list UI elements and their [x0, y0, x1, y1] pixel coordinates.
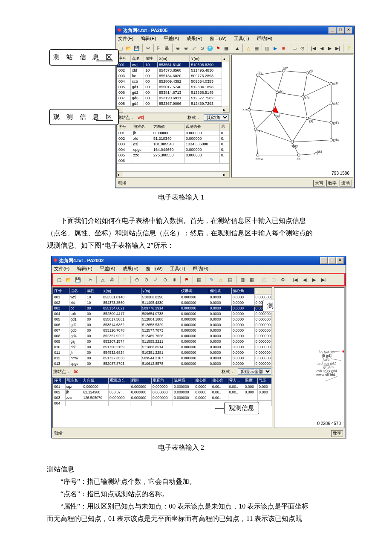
hscroll2[interactable]: ◂▸ [117, 171, 229, 177]
globe-icon[interactable]: 🌐 [207, 44, 214, 52]
net-icon[interactable]: ▦ [248, 275, 256, 284]
grid-icon[interactable]: ▦ [223, 44, 230, 52]
hscroll[interactable]: ◂▸ [117, 107, 229, 113]
menubar[interactable]: 文件(F) 编辑(E) 平差(A) 成果(R) 窗口(W) 工具(T) 帮助(H… [115, 35, 354, 43]
titlebar-2[interactable]: ✱ 边角网4.txt - PA2002 _ □ × [52, 256, 346, 265]
table-row[interactable]: 007gd300853120.6911512577.7582 [117, 95, 229, 101]
clock-icon[interactable]: ◷ [299, 44, 306, 52]
new-icon[interactable]: ▢ [55, 275, 63, 284]
table-row[interactable]: 006gd200853814.6862512658.53290.0000000.… [53, 322, 272, 328]
close-button[interactable]: × [345, 27, 352, 34]
zoom-in-icon[interactable]: ⊕ [133, 275, 141, 284]
minimize-button[interactable]: _ [320, 257, 328, 264]
menu-adjust[interactable]: 平差(A) [164, 36, 179, 41]
warn-icon[interactable]: △ [245, 44, 252, 52]
calc-icon[interactable]: ✎ [207, 275, 216, 284]
table-row[interactable]: 001wzj10853561.8140510308.82900.0000000.… [53, 295, 272, 300]
table-row[interactable]: 002xfd51.2103400.0000000. [117, 136, 229, 142]
open-icon[interactable]: 📂 [125, 44, 133, 52]
tri-icon[interactable]: ▲ [234, 44, 241, 52]
warn-icon[interactable]: △ [98, 275, 107, 284]
table-row[interactable]: 007gd300853120.7078512577.78730.0000000.… [53, 328, 272, 333]
format-select-2[interactable]: (0)显示全部 [238, 368, 271, 375]
network-view[interactable]: bc sqz yjs jh1 xfd gd1 zzc wzj gsj gd2 c… [231, 55, 353, 178]
settings-icon[interactable]: ⚙ [279, 275, 287, 284]
layer-icon[interactable]: ▤ [226, 275, 234, 284]
help-icon[interactable]: ? [120, 275, 129, 284]
refresh-icon[interactable]: ⊙ [161, 275, 169, 284]
table-row[interactable]: 003bc00855134.6020509776.2893 [117, 73, 229, 79]
export-icon[interactable]: ▥ [264, 44, 271, 52]
maximize-button[interactable]: □ [337, 27, 344, 34]
last-icon[interactable]: ▶| [319, 275, 328, 284]
zoom-fit-icon[interactable]: ⤢ [190, 44, 198, 52]
table-row[interactable]: 003zzc126.5050700.0000000.0000000.000000… [53, 395, 272, 401]
first-icon[interactable]: |◀ [291, 275, 300, 284]
table-row[interactable]: 013spgs00852087.8703510612.85780.0000000… [53, 361, 272, 367]
compass-icon[interactable]: ✂ [86, 275, 95, 284]
table-row[interactable]: 006 [117, 158, 229, 164]
table-row[interactable]: 004cxb00852809.4392509654.0353 [117, 79, 229, 84]
export-icon[interactable]: ▥ [238, 275, 247, 284]
grid-icon[interactable]: ▦ [195, 275, 203, 284]
table-row[interactable]: 008gd400852367.9292512469.76260.0000000.… [53, 333, 272, 339]
table-row[interactable]: 006gd200853814.6713512658.5145 [117, 90, 229, 95]
first-icon[interactable]: |◀ [310, 44, 317, 52]
table-row[interactable]: 003gsj101.0855401334.3860000. [117, 142, 229, 147]
table-row[interactable]: 009gsj00853207.1574511595.22110.0000000.… [53, 339, 272, 344]
compass-icon[interactable]: ✂ [144, 44, 152, 52]
table-row[interactable]: 004cxb00852809.4417509654.07380.0000000.… [53, 311, 272, 317]
menu-edit[interactable]: 编辑(E) [141, 36, 156, 41]
scroll-up-icon[interactable]: ▴ [254, 288, 271, 295]
refresh-icon[interactable]: ⊙ [199, 44, 206, 52]
menu-result[interactable]: 成果(R) [187, 36, 202, 41]
play-icon[interactable]: ▶ [272, 44, 279, 52]
table-row[interactable]: 005gd100855017.5740512804.1898 [117, 84, 229, 90]
help-icon[interactable]: ? [345, 44, 352, 52]
print-icon[interactable]: 🖶 [108, 275, 116, 284]
titlebar[interactable]: ✱ 边角网4.txt - PA2005 _ □ × [115, 26, 354, 35]
open-icon[interactable]: 📂 [64, 275, 73, 284]
tri-icon[interactable]: △ [216, 275, 225, 284]
minimize-button[interactable]: _ [329, 27, 336, 34]
zoom-out-icon[interactable]: ⊖ [142, 275, 150, 284]
table-row[interactable]: 008gd400852367.9096512469.7293 [117, 101, 229, 107]
table-row[interactable]: 005zzc275.3005500.0000000. [117, 153, 229, 158]
table-row[interactable]: 003bc00855134.6021509776.29140.0000000.0… [53, 306, 272, 311]
menu-file[interactable]: 文件(F) [118, 36, 133, 41]
maximize-button[interactable]: □ [328, 257, 336, 264]
table-row[interactable]: 002xfd10854373.8560511495.48300.0000000.… [53, 300, 272, 306]
layer-icon[interactable]: ▤ [253, 44, 260, 52]
zoom-out-icon[interactable]: ⊖ [182, 44, 190, 52]
zoom-fit-icon[interactable]: ⊕ [170, 275, 179, 284]
print-icon[interactable]: 🖶 [163, 44, 170, 52]
station-table[interactable]: 序号 点名 属性 X(m) Y(m) ▴ 001wzj10853561.8140… [117, 55, 229, 107]
menu-help[interactable]: 帮助(H) [257, 36, 272, 41]
stop-icon[interactable]: ■ [280, 44, 287, 52]
table-row[interactable]: 005gd100855017.5881512804.18800.0000000.… [53, 317, 272, 322]
prev-icon[interactable]: ◀ [318, 44, 325, 52]
menu-window[interactable]: 窗口(W) [210, 36, 227, 41]
close-button[interactable]: × [336, 257, 344, 264]
table-row[interactable]: 012nmw00851727.3530509544.37070.0000000.… [53, 356, 272, 361]
table-row[interactable]: 011jh00854532.6824510381.22810.0000000.0… [53, 350, 272, 356]
prev-icon[interactable]: ◀ [300, 275, 309, 284]
table-row[interactable]: 010hbl00851750.2159511868.85140.0000000.… [53, 344, 272, 350]
next-icon[interactable]: ▶ [326, 44, 333, 52]
save-icon[interactable]: 💾 [74, 275, 82, 284]
station-table-2[interactable]: 序号 点名 属性 X(m) Y(m) 仪器高 偏心距 偏心角 ▴ 001wzj1… [53, 288, 272, 367]
scroll-up-icon[interactable]: ▴ [222, 55, 229, 62]
observe-table[interactable]: 序号 照准名 方向值 观测边长 温 001jh0.0000000.0000000… [117, 123, 229, 164]
blank-icon[interactable]: ▭ [291, 44, 298, 52]
table-row[interactable]: 004spgs164.0446600.0000000. [117, 147, 229, 153]
table-row[interactable]: 001wzj10853561.8140510308.8290 [117, 62, 229, 68]
zoom-win-icon[interactable]: ⤢ [151, 275, 160, 284]
last-icon[interactable]: ▶| [334, 44, 341, 52]
table-row[interactable]: 002xfd10854373.8560511495.4830 [117, 68, 229, 73]
flag-icon[interactable]: ⚑ [215, 44, 222, 52]
menubar-2[interactable]: 文件(F) 编辑(E) 平差(A) 成果(R) 窗口(W) 工具(T) 帮助(H… [52, 265, 346, 273]
copy-icon[interactable]: ⎘ [155, 44, 162, 52]
zoom-in-icon[interactable]: ⊕ [174, 44, 182, 52]
table-row[interactable]: 002jh62.124980853.37...0.0000000.0000000… [53, 390, 272, 395]
format-select[interactable]: (1)边角 [204, 114, 229, 121]
